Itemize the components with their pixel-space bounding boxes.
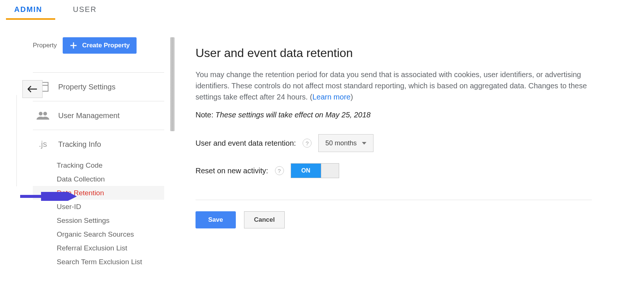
sidebar-item-label: Property Settings [58,83,115,91]
people-icon [37,111,49,120]
retention-period-row: User and event data retention: ? 50 mont… [196,134,592,152]
sidebar-item-label: Tracking Info [58,140,101,149]
help-icon[interactable]: ? [303,139,312,148]
caret-down-icon [362,142,366,145]
sub-item-organic-search-sources[interactable]: Organic Search Sources [33,227,164,241]
toggle-on-label: ON [291,164,321,178]
tracking-info-submenu: Tracking Code Data Collection Data Reten… [33,158,164,272]
sub-item-user-id[interactable]: User-ID [33,200,164,214]
sidebar-item-user-management[interactable]: User Management [33,101,164,130]
sub-item-tracking-code[interactable]: Tracking Code [33,158,164,172]
reset-label: Reset on new activity: [196,167,268,175]
retention-dropdown[interactable]: 50 months [318,134,373,152]
create-property-button[interactable]: Create Property [63,37,137,54]
back-button[interactable] [22,80,43,98]
cancel-button[interactable]: Cancel [244,211,285,228]
top-tabs: ADMIN USER [0,0,644,19]
property-sidebar: Property Create Property Property Settin… [33,37,164,272]
learn-more-link[interactable]: Learn more [312,93,350,101]
sub-item-search-term-exclusion-list[interactable]: Search Term Exclusion List [33,255,164,269]
sidebar-item-tracking-info[interactable]: .js Tracking Info [33,130,164,158]
effective-date-note: Note: These settings will take effect on… [196,111,592,119]
form-actions: Save Cancel [196,211,592,228]
sub-item-data-retention[interactable]: Data Retention [33,186,164,200]
help-icon[interactable]: ? [275,166,284,175]
toggle-off-side [321,164,339,178]
svg-point-2 [43,112,47,116]
property-column-label: Property [33,42,57,49]
sidebar-item-label: User Management [58,111,120,120]
separator [196,200,592,200]
create-property-label: Create Property [82,42,130,49]
plus-icon [69,41,78,50]
sidebar-item-property-settings[interactable]: Property Settings [33,73,164,101]
js-icon: .js [37,139,49,149]
account-tree-line [16,95,17,186]
intro-paragraph: You may change the retention period for … [196,69,592,102]
save-button[interactable]: Save [196,211,236,228]
main-content: User and event data retention You may ch… [178,19,607,228]
retention-label: User and event data retention: [196,139,296,148]
sub-item-data-collection[interactable]: Data Collection [33,172,164,186]
sub-item-session-settings[interactable]: Session Settings [33,214,164,227]
back-arrow-icon [28,86,37,92]
reset-toggle[interactable]: ON [291,163,339,178]
tab-user[interactable]: USER [72,0,107,19]
page-title: User and event data retention [196,46,592,60]
reset-activity-row: Reset on new activity: ? ON [196,163,592,178]
sub-item-referral-exclusion-list[interactable]: Referral Exclusion List [33,241,164,255]
svg-point-1 [39,112,43,116]
tab-admin[interactable]: ADMIN [13,0,52,19]
retention-dropdown-value: 50 months [325,139,357,147]
